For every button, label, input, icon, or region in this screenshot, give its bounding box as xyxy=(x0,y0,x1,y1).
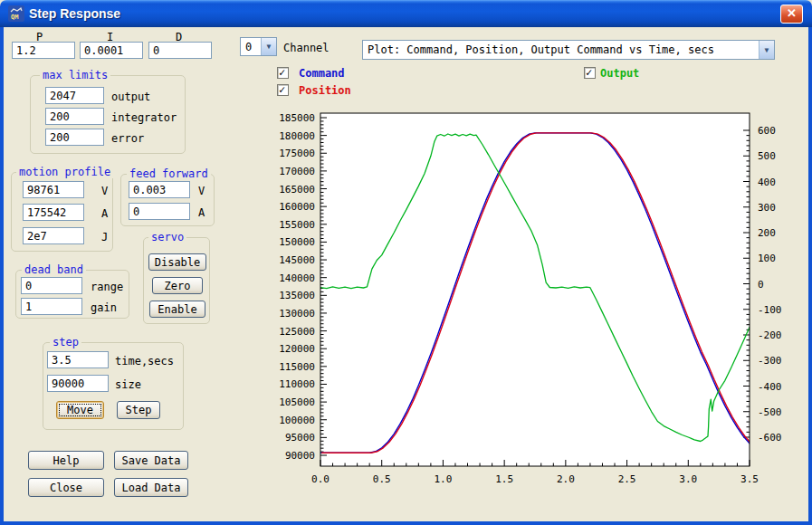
output-checkbox[interactable] xyxy=(584,67,596,79)
i-field[interactable] xyxy=(80,42,143,59)
qm-app-icon: QM xyxy=(8,5,24,22)
svg-text:QM: QM xyxy=(11,14,18,21)
window-border xyxy=(808,27,812,525)
svg-text:300: 300 xyxy=(758,202,776,214)
svg-text:3.0: 3.0 xyxy=(679,473,697,485)
max-limits-title: max limits xyxy=(40,69,110,81)
servo-zero-button[interactable]: Zero xyxy=(152,277,203,294)
step-size-field[interactable] xyxy=(47,375,109,392)
svg-text:2.0: 2.0 xyxy=(557,473,575,485)
svg-text:130000: 130000 xyxy=(279,308,315,320)
svg-text:3.5: 3.5 xyxy=(740,473,759,485)
svg-text:145000: 145000 xyxy=(279,254,315,266)
titlebar[interactable]: QM Step Response xyxy=(0,0,812,27)
svg-text:0: 0 xyxy=(758,279,764,291)
chevron-down-icon[interactable] xyxy=(759,41,774,59)
ff-velocity-field[interactable] xyxy=(129,181,190,198)
svg-text:0.0: 0.0 xyxy=(311,473,330,485)
max-integrator-field[interactable] xyxy=(45,108,104,125)
svg-text:200: 200 xyxy=(758,227,776,239)
profile-accel-field[interactable] xyxy=(23,204,84,221)
dead-band-gain-field[interactable] xyxy=(21,298,82,315)
svg-text:135000: 135000 xyxy=(279,290,315,301)
svg-text:-500: -500 xyxy=(758,406,782,418)
svg-text:-300: -300 xyxy=(758,355,782,367)
max-integrator-label: integrator xyxy=(111,111,177,124)
plot-select[interactable]: Plot: Command, Position, Output Command … xyxy=(362,40,775,60)
command-checkbox-label: Command xyxy=(299,67,345,80)
p-field[interactable] xyxy=(12,42,75,59)
window-title: Step Response xyxy=(29,6,120,21)
load-data-button[interactable]: Load Data xyxy=(114,478,188,497)
svg-text:140000: 140000 xyxy=(279,272,315,284)
svg-text:150000: 150000 xyxy=(279,236,315,248)
max-output-label: output xyxy=(111,91,150,103)
svg-text:155000: 155000 xyxy=(279,219,315,231)
svg-text:185000: 185000 xyxy=(279,112,315,124)
svg-text:-400: -400 xyxy=(758,381,782,393)
max-error-label: error xyxy=(111,132,144,145)
dead-band-range-label: range xyxy=(91,281,123,293)
svg-text:100000: 100000 xyxy=(279,415,315,426)
chevron-down-icon[interactable] xyxy=(261,38,276,55)
profile-velocity-field[interactable] xyxy=(23,181,84,198)
save-data-button[interactable]: Save Data xyxy=(114,451,188,470)
svg-text:105000: 105000 xyxy=(279,396,315,408)
svg-text:115000: 115000 xyxy=(279,361,315,373)
d-field[interactable] xyxy=(148,42,212,59)
svg-text:180000: 180000 xyxy=(279,130,315,142)
svg-text:110000: 110000 xyxy=(279,378,315,390)
svg-text:1.0: 1.0 xyxy=(434,473,452,485)
ff-velocity-label: V xyxy=(198,185,205,197)
ff-accel-label: A xyxy=(198,206,205,219)
servo-title: servo xyxy=(148,231,186,243)
step-button[interactable]: Step xyxy=(117,401,160,419)
channel-label: Channel xyxy=(283,42,330,54)
profile-velocity-label: V xyxy=(101,185,108,197)
output-checkbox-label: Output xyxy=(600,67,639,80)
svg-text:125000: 125000 xyxy=(279,326,315,338)
svg-text:1.5: 1.5 xyxy=(495,473,513,485)
close-button[interactable]: Close xyxy=(28,478,104,497)
svg-text:500: 500 xyxy=(758,150,776,162)
profile-jerk-label: J xyxy=(101,231,108,243)
svg-text:-100: -100 xyxy=(758,304,782,316)
servo-disable-button[interactable]: Disable xyxy=(148,253,206,271)
svg-text:2.5: 2.5 xyxy=(618,473,636,485)
dead-band-range-field[interactable] xyxy=(21,277,82,294)
channel-select[interactable]: 0 xyxy=(240,37,277,56)
feed-forward-title: feed forward xyxy=(127,167,211,180)
dead-band-gain-label: gain xyxy=(91,301,117,314)
step-response-chart: 9000095000100000105000110000115000120000… xyxy=(263,100,806,523)
plot-select-value: Plot: Command, Position, Output Command … xyxy=(363,43,759,56)
servo-enable-button[interactable]: Enable xyxy=(149,301,205,318)
step-size-label: size xyxy=(115,378,141,391)
svg-text:-600: -600 xyxy=(758,432,782,444)
channel-value: 0 xyxy=(241,41,261,53)
svg-text:95000: 95000 xyxy=(285,432,315,444)
svg-text:120000: 120000 xyxy=(279,343,315,355)
svg-text:90000: 90000 xyxy=(285,450,315,462)
svg-text:-200: -200 xyxy=(758,329,782,341)
max-output-field[interactable] xyxy=(45,87,104,104)
window-border xyxy=(0,27,4,525)
motion-profile-title: motion profile xyxy=(16,166,113,178)
help-button[interactable]: Help xyxy=(28,451,104,470)
step-time-label: time,secs xyxy=(115,355,174,368)
move-button[interactable]: Move xyxy=(56,401,104,419)
ff-accel-field[interactable] xyxy=(129,203,190,220)
close-window-button[interactable] xyxy=(780,5,803,24)
step-response-window: QM Step Response P I D 0 Channel Plot: C… xyxy=(0,0,812,525)
svg-text:400: 400 xyxy=(758,177,776,188)
step-time-field[interactable] xyxy=(47,351,109,368)
profile-jerk-field[interactable] xyxy=(23,227,84,244)
svg-text:160000: 160000 xyxy=(279,201,315,213)
step-title: step xyxy=(50,336,81,348)
position-checkbox-label: Position xyxy=(299,84,351,97)
svg-text:100: 100 xyxy=(758,253,776,264)
max-error-field[interactable] xyxy=(45,129,104,146)
profile-accel-label: A xyxy=(101,207,108,220)
command-checkbox[interactable] xyxy=(277,67,289,79)
position-checkbox[interactable] xyxy=(277,84,289,96)
svg-text:600: 600 xyxy=(758,125,776,137)
